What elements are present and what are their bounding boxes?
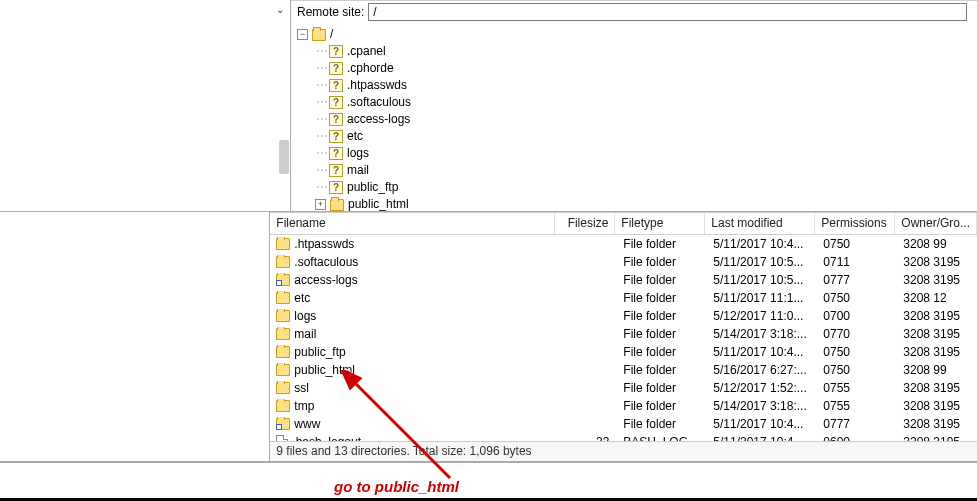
col-filename[interactable]: Filename xyxy=(270,213,555,234)
file-permissions: 0777 xyxy=(817,417,897,431)
file-permissions: 0777 xyxy=(817,273,897,287)
tree-item[interactable]: ⋯?.htpasswds xyxy=(297,77,973,94)
file-type: File folder xyxy=(617,381,707,395)
file-type: File folder xyxy=(617,363,707,377)
file-permissions: 0770 xyxy=(817,327,897,341)
unknown-folder-icon: ? xyxy=(329,45,343,58)
file-permissions: 0750 xyxy=(817,345,897,359)
list-row[interactable]: .bash_logout33BASH_LOG...5/11/2017 10:4.… xyxy=(270,433,977,441)
expand-icon[interactable]: + xyxy=(315,199,326,210)
tree-item[interactable]: ⋯?.cpanel xyxy=(297,43,973,60)
list-row[interactable]: wwwFile folder5/11/2017 10:4...07773208 … xyxy=(270,415,977,433)
list-row[interactable]: public_ftpFile folder5/11/2017 10:4...07… xyxy=(270,343,977,361)
chevron-down-icon[interactable]: ⌄ xyxy=(276,4,284,15)
file-type: File folder xyxy=(617,327,707,341)
file-owner: 3208 3195 xyxy=(897,309,977,323)
scrollbar-thumb[interactable] xyxy=(279,140,289,174)
tree-item[interactable]: ⋯?public_ftp xyxy=(297,179,973,196)
file-type: File folder xyxy=(617,417,707,431)
file-owner: 3208 3195 xyxy=(897,255,977,269)
folder-icon xyxy=(276,238,290,250)
list-row[interactable]: mailFile folder5/14/2017 3:18:...0770320… xyxy=(270,325,977,343)
file-owner: 3208 3195 xyxy=(897,399,977,413)
file-type: File folder xyxy=(617,309,707,323)
file-name: logs xyxy=(294,309,316,323)
remote-file-panel: Filename Filesize Filetype Last modified… xyxy=(270,212,977,461)
list-row[interactable]: logsFile folder5/12/2017 11:0...07003208… xyxy=(270,307,977,325)
file-name: .softaculous xyxy=(294,255,358,269)
file-permissions: 0711 xyxy=(817,255,897,269)
tree-root[interactable]: − / xyxy=(297,26,973,43)
transfer-queue-panel[interactable] xyxy=(0,462,977,498)
file-modified: 5/11/2017 11:1... xyxy=(707,291,817,305)
file-modified: 5/11/2017 10:5... xyxy=(707,255,817,269)
unknown-folder-icon: ? xyxy=(329,96,343,109)
tree-root-label: / xyxy=(330,26,333,43)
file-modified: 5/11/2017 10:5... xyxy=(707,273,817,287)
tree-item[interactable]: ⋯?access-logs xyxy=(297,111,973,128)
tree-item[interactable]: ⋯?.softaculous xyxy=(297,94,973,111)
file-owner: 3208 99 xyxy=(897,237,977,251)
file-name: www xyxy=(294,417,320,431)
file-modified: 5/11/2017 10:4... xyxy=(707,417,817,431)
tree-item[interactable]: ⋯?etc xyxy=(297,128,973,145)
file-type: File folder xyxy=(617,345,707,359)
unknown-folder-icon: ? xyxy=(329,147,343,160)
file-owner: 3208 3195 xyxy=(897,345,977,359)
file-list-body[interactable]: .htpasswdsFile folder5/11/2017 10:4...07… xyxy=(270,235,977,441)
file-permissions: 0755 xyxy=(817,399,897,413)
file-name: public_html xyxy=(294,363,355,377)
file-owner: 3208 3195 xyxy=(897,273,977,287)
remote-site-label: Remote site: xyxy=(297,5,364,19)
file-type: File folder xyxy=(617,237,707,251)
remote-tree-panel: Remote site: − / ⋯?.cpanel ⋯?.cphorde ⋯?… xyxy=(291,0,977,211)
list-row[interactable]: .htpasswdsFile folder5/11/2017 10:4...07… xyxy=(270,235,977,253)
file-owner: 3208 12 xyxy=(897,291,977,305)
file-permissions: 0755 xyxy=(817,381,897,395)
file-owner: 3208 3195 xyxy=(897,417,977,431)
folder-icon xyxy=(276,382,290,394)
folder-shortcut-icon xyxy=(276,418,290,430)
col-permissions[interactable]: Permissions xyxy=(815,213,895,234)
list-row[interactable]: access-logsFile folder5/11/2017 10:5...0… xyxy=(270,271,977,289)
folder-icon xyxy=(276,310,290,322)
status-bar: 9 files and 13 directories. Total size: … xyxy=(270,441,977,461)
file-type: File folder xyxy=(617,255,707,269)
folder-icon xyxy=(276,292,290,304)
tree-item[interactable]: ⋯?mail xyxy=(297,162,973,179)
file-modified: 5/14/2017 3:18:... xyxy=(707,399,817,413)
folder-icon xyxy=(276,400,290,412)
file-permissions: 0750 xyxy=(817,291,897,305)
tree-item[interactable]: ⋯?logs xyxy=(297,145,973,162)
col-owner[interactable]: Owner/Gro... xyxy=(895,213,977,234)
file-modified: 5/16/2017 6:27:... xyxy=(707,363,817,377)
list-row[interactable]: sslFile folder5/12/2017 1:52:...07553208… xyxy=(270,379,977,397)
local-tree-panel[interactable]: ⌄ xyxy=(0,0,291,211)
file-owner: 3208 99 xyxy=(897,363,977,377)
file-owner: 3208 3195 xyxy=(897,381,977,395)
file-type: File folder xyxy=(617,273,707,287)
col-filesize[interactable]: Filesize xyxy=(555,213,615,234)
remote-site-input[interactable] xyxy=(368,3,967,21)
col-filetype[interactable]: Filetype xyxy=(615,213,705,234)
tree-item-public-html[interactable]: +public_html xyxy=(297,196,973,211)
unknown-folder-icon: ? xyxy=(329,130,343,143)
unknown-folder-icon: ? xyxy=(329,79,343,92)
unknown-folder-icon: ? xyxy=(329,164,343,177)
file-modified: 5/11/2017 10:4... xyxy=(707,345,817,359)
file-name: ssl xyxy=(294,381,309,395)
file-name: etc xyxy=(294,291,310,305)
list-row[interactable]: etcFile folder5/11/2017 11:1...07503208 … xyxy=(270,289,977,307)
col-modified[interactable]: Last modified xyxy=(705,213,815,234)
tree-item[interactable]: ⋯?.cphorde xyxy=(297,60,973,77)
folder-icon xyxy=(330,199,344,211)
file-modified: 5/14/2017 3:18:... xyxy=(707,327,817,341)
list-row[interactable]: tmpFile folder5/14/2017 3:18:...07553208… xyxy=(270,397,977,415)
remote-tree[interactable]: − / ⋯?.cpanel ⋯?.cphorde ⋯?.htpasswds ⋯?… xyxy=(291,22,977,211)
file-name: mail xyxy=(294,327,316,341)
local-file-panel[interactable] xyxy=(0,212,270,461)
collapse-icon[interactable]: − xyxy=(297,29,308,40)
list-row[interactable]: .softaculousFile folder5/11/2017 10:5...… xyxy=(270,253,977,271)
list-row-public-html[interactable]: public_htmlFile folder5/16/2017 6:27:...… xyxy=(270,361,977,379)
unknown-folder-icon: ? xyxy=(329,62,343,75)
